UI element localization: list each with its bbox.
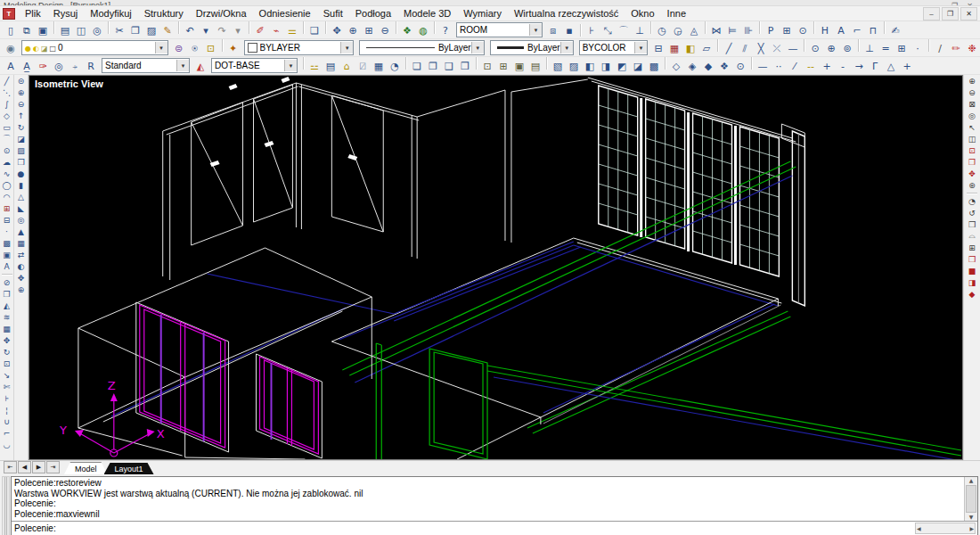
- text-scale-icon[interactable]: ⍆: [67, 59, 83, 74]
- sketch-icon[interactable]: ✐: [252, 23, 268, 38]
- point-cross-icon[interactable]: ╳: [753, 41, 769, 56]
- copy-clip-icon[interactable]: ❐: [127, 23, 143, 38]
- menu-podloga[interactable]: Podłoga: [349, 7, 397, 21]
- dim-angular-icon[interactable]: ◷: [654, 23, 670, 38]
- line-single-icon[interactable]: ╱: [721, 41, 737, 56]
- lt-hidden-icon[interactable]: -: [835, 59, 851, 74]
- dim-center-mark-icon[interactable]: ⊙: [795, 23, 811, 38]
- dim-update-icon[interactable]: ⊓: [865, 23, 881, 38]
- subtract-icon[interactable]: ⊖: [15, 98, 28, 110]
- chevron-down-icon[interactable]: ▼: [471, 42, 484, 54]
- construction-line-icon[interactable]: ⋱: [1, 86, 13, 98]
- publish-icon[interactable]: ⌂: [339, 59, 355, 74]
- dim-leader-icon[interactable]: P: [763, 23, 779, 38]
- layer-manager-icon[interactable]: ⍟: [187, 41, 203, 56]
- point-icon[interactable]: ·: [1, 226, 13, 237]
- text-icon[interactable]: A: [1, 260, 13, 272]
- join-icon[interactable]: ∪: [1, 416, 13, 427]
- dim-update-assoc-icon[interactable]: ⚍: [306, 59, 323, 74]
- print-icon[interactable]: ▤: [57, 23, 73, 38]
- layer-previous-icon[interactable]: ⊜: [171, 41, 187, 56]
- view-restore-icon[interactable]: ⊡: [966, 144, 978, 156]
- pan-arrow-icon[interactable]: ↖: [966, 121, 978, 133]
- solid-torus-icon[interactable]: ◎: [15, 214, 28, 226]
- text-multiline-icon[interactable]: A̲: [19, 59, 35, 74]
- tab-last-icon[interactable]: ⇥: [46, 461, 60, 473]
- menu-inne[interactable]: Inne: [661, 7, 692, 21]
- offset-icon[interactable]: ≋: [1, 311, 13, 323]
- zoom-window2-icon[interactable]: ⊠: [966, 98, 978, 110]
- tab-prev-icon[interactable]: ◀: [18, 461, 31, 473]
- view-bottom-icon[interactable]: ▨: [566, 59, 582, 74]
- shade-wireframe-icon[interactable]: ◇: [668, 59, 684, 74]
- zoom-window-icon[interactable]: ⊞: [361, 23, 377, 38]
- text-find-icon[interactable]: ◎: [51, 59, 67, 74]
- lt-arrow-icon[interactable]: →: [851, 59, 867, 74]
- linetype-other-icon[interactable]: ◧: [682, 41, 698, 56]
- polyline-edit-icon[interactable]: ⌁: [268, 23, 284, 38]
- union-icon[interactable]: ⊕: [15, 86, 28, 98]
- viewport-single-icon[interactable]: ◫: [966, 133, 978, 144]
- solid-cylinder-icon[interactable]: ▮: [15, 179, 28, 191]
- match-properties-icon[interactable]: ✎: [159, 23, 176, 38]
- paste-icon[interactable]: ▨: [143, 23, 159, 38]
- layer-combo[interactable]: ●◐◪□ 0 ▼: [21, 40, 168, 55]
- arc-icon[interactable]: ⌒: [1, 133, 13, 144]
- trim-icon[interactable]: ✄: [1, 381, 13, 392]
- layout-doc-icon[interactable]: ▤: [323, 59, 339, 74]
- command-input-row[interactable]: Polecenie: ◀ ▶: [12, 522, 977, 535]
- copy-view-3-icon[interactable]: ❑: [441, 59, 457, 74]
- close-button[interactable]: ✕: [960, 7, 977, 21]
- pan-icon[interactable]: ✥: [329, 23, 345, 38]
- copy-view-2-icon[interactable]: ❐: [425, 59, 441, 74]
- redline-icon[interactable]: ✏: [948, 41, 964, 56]
- dim-style-edit-icon[interactable]: ✍: [887, 23, 903, 38]
- plot-style-icon-icon[interactable]: ▱: [698, 41, 715, 56]
- scroll-down-icon[interactable]: ▼: [969, 514, 974, 521]
- revolve-icon[interactable]: ↻: [15, 121, 28, 133]
- 3d-orbit-side-icon[interactable]: ◐: [15, 260, 28, 272]
- lineweight-combo[interactable]: ByLayer ▼: [490, 40, 574, 55]
- chevron-down-icon[interactable]: ▼: [560, 42, 573, 54]
- polyline-icon[interactable]: ∫: [1, 98, 13, 110]
- solid-cone-icon[interactable]: △: [15, 191, 28, 202]
- region-icon[interactable]: ▣: [1, 249, 13, 260]
- dim-diameter-icon[interactable]: ◬: [686, 23, 702, 38]
- extend-icon[interactable]: ⊦: [1, 392, 13, 404]
- undo-icon[interactable]: ↶: [182, 23, 198, 38]
- dim-tolerance-icon[interactable]: ⊞: [779, 23, 795, 38]
- undo-list-icon[interactable]: ▾: [198, 23, 214, 38]
- half-box-view-icon[interactable]: ◨: [966, 276, 978, 288]
- viewport-screen-2-icon[interactable]: ⊞: [495, 59, 511, 74]
- sheet-set-icon[interactable]: ⍁: [355, 59, 371, 74]
- shade-flat-icon[interactable]: ◆: [700, 59, 716, 74]
- view-right-icon[interactable]: ◨: [598, 59, 614, 74]
- 3d-pan-icon[interactable]: ✥: [15, 272, 28, 284]
- dim-ordinate-icon[interactable]: ⊥: [632, 23, 648, 38]
- dim-oblique-icon[interactable]: ⌐: [849, 23, 865, 38]
- slice-icon[interactable]: ◪: [15, 133, 28, 144]
- view-save-icon[interactable]: ❐: [966, 156, 978, 168]
- interference-icon[interactable]: ⊜: [15, 75, 28, 86]
- layers-toolbar-icon[interactable]: ⊟: [650, 41, 666, 56]
- orbit-icon[interactable]: ◔: [966, 195, 978, 207]
- point-x-icon[interactable]: ⤫: [769, 41, 785, 56]
- layer-swatch-icon[interactable]: □: [50, 45, 57, 53]
- layer-sun-icon[interactable]: ◐: [33, 45, 39, 53]
- make-block-icon[interactable]: ⊟: [1, 214, 13, 226]
- dim-arc-length-icon[interactable]: ⌒: [616, 23, 632, 38]
- circle-2point-icon[interactable]: ⊚: [839, 41, 855, 56]
- chamfer-icon[interactable]: ⌐: [1, 427, 13, 439]
- view-top-icon[interactable]: ▧: [550, 59, 566, 74]
- room-fill-icon[interactable]: ▪: [561, 23, 577, 38]
- line-double-icon[interactable]: ⫽: [737, 41, 753, 56]
- menu-okno[interactable]: Okno: [625, 7, 660, 21]
- circle-tangent-icon[interactable]: ⊕: [823, 41, 839, 56]
- 3d-zoom-icon[interactable]: ⊕: [15, 284, 28, 295]
- pan-realtime-icon[interactable]: ✥: [966, 168, 978, 179]
- diamond-view-icon[interactable]: ◆: [966, 288, 978, 300]
- table-insert-icon[interactable]: ▦: [371, 59, 387, 74]
- scroll-right-icon[interactable]: ▶: [969, 525, 974, 531]
- menu-modele-3d[interactable]: Modele 3D: [397, 7, 457, 21]
- dim-style-combo[interactable]: DOT-BASE ▼: [211, 58, 298, 73]
